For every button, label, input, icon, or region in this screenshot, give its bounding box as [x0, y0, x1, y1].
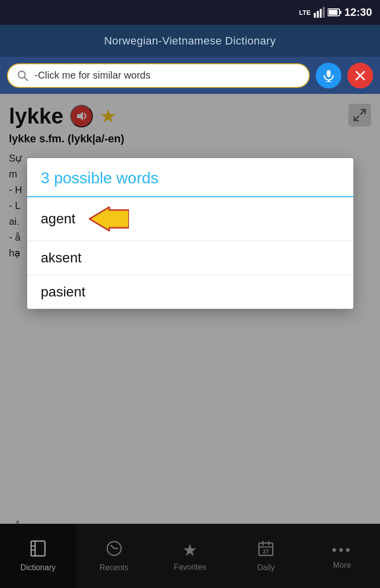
svg-rect-2	[320, 9, 322, 18]
signal-icon	[314, 7, 325, 18]
modal-header: 3 possible words	[27, 158, 353, 197]
svg-rect-5	[329, 10, 338, 15]
arrow-annotation-icon	[84, 206, 129, 232]
modal-title: 3 possible words	[41, 169, 159, 187]
svg-rect-3	[323, 7, 325, 18]
status-time: 12:30	[344, 6, 372, 19]
modal-item-label-aksent: aksent	[41, 250, 82, 266]
mic-icon	[322, 69, 335, 82]
main-content: lykke ★ lykke s.fm. (lykk|a/-en) Sựm- H-…	[0, 94, 380, 588]
modal-item-agent[interactable]: agent	[27, 197, 353, 241]
svg-rect-0	[314, 13, 316, 18]
svg-marker-17	[89, 207, 129, 231]
modal-item-label-pasient: pasient	[41, 284, 85, 300]
battery-icon	[328, 8, 341, 17]
modal-item-aksent[interactable]: aksent	[27, 241, 353, 275]
svg-line-8	[24, 77, 28, 81]
modal-item-pasient[interactable]: pasient	[27, 275, 353, 309]
search-bar	[0, 57, 380, 94]
lte-label: LTE	[299, 9, 311, 16]
status-bar: LTE 12:30	[0, 0, 380, 25]
svg-rect-1	[317, 11, 319, 18]
app-header-title: Norwegian-Vietnamese Dictionary	[104, 35, 276, 47]
close-button[interactable]	[347, 63, 373, 88]
status-icons: LTE 12:30	[299, 6, 372, 19]
svg-rect-6	[340, 11, 341, 14]
mic-button[interactable]	[316, 63, 341, 88]
search-icon	[16, 69, 30, 83]
svg-rect-9	[327, 70, 331, 77]
app-header: Norwegian-Vietnamese Dictionary	[0, 25, 380, 57]
search-input-wrapper[interactable]	[7, 63, 310, 88]
modal-item-label-agent: agent	[41, 211, 76, 227]
modal-overlay[interactable]: 3 possible words agent aksent pasient	[0, 94, 380, 588]
modal-dialog: 3 possible words agent aksent pasient	[27, 158, 353, 309]
search-input[interactable]	[35, 70, 301, 81]
close-icon	[354, 70, 366, 82]
